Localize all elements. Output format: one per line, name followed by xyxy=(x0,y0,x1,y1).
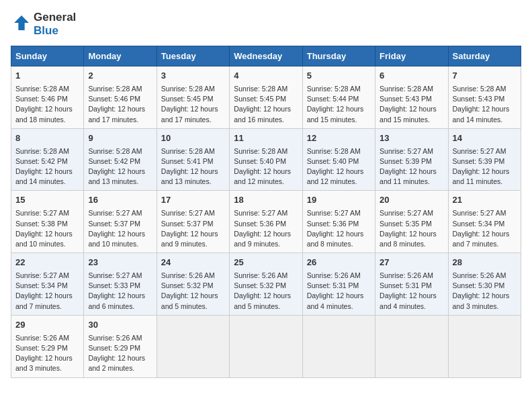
calendar-cell: 8Sunrise: 5:28 AM Sunset: 5:42 PM Daylig… xyxy=(11,128,84,191)
calendar-cell: 24Sunrise: 5:26 AM Sunset: 5:32 PM Dayli… xyxy=(157,253,229,316)
day-info: Sunrise: 5:26 AM Sunset: 5:31 PM Dayligh… xyxy=(307,271,371,312)
day-info: Sunrise: 5:27 AM Sunset: 5:38 PM Dayligh… xyxy=(15,208,79,249)
calendar-cell: 27Sunrise: 5:26 AM Sunset: 5:31 PM Dayli… xyxy=(375,253,448,316)
day-info: Sunrise: 5:27 AM Sunset: 5:34 PM Dayligh… xyxy=(15,271,79,312)
calendar-cell: 16Sunrise: 5:27 AM Sunset: 5:37 PM Dayli… xyxy=(84,191,157,253)
day-number: 25 xyxy=(234,257,298,269)
day-info: Sunrise: 5:27 AM Sunset: 5:34 PM Dayligh… xyxy=(453,208,517,249)
day-info: Sunrise: 5:27 AM Sunset: 5:36 PM Dayligh… xyxy=(307,208,371,249)
calendar-week-4: 22Sunrise: 5:27 AM Sunset: 5:34 PM Dayli… xyxy=(11,253,521,316)
day-number: 2 xyxy=(88,70,152,83)
col-header-monday: Monday xyxy=(84,46,157,66)
day-info: Sunrise: 5:28 AM Sunset: 5:40 PM Dayligh… xyxy=(307,146,371,187)
day-number: 19 xyxy=(307,194,371,207)
day-info: Sunrise: 5:26 AM Sunset: 5:30 PM Dayligh… xyxy=(453,271,517,312)
calendar-cell: 13Sunrise: 5:27 AM Sunset: 5:39 PM Dayli… xyxy=(375,128,448,191)
calendar-cell: 30Sunrise: 5:26 AM Sunset: 5:29 PM Dayli… xyxy=(84,315,157,377)
day-info: Sunrise: 5:28 AM Sunset: 5:46 PM Dayligh… xyxy=(88,84,152,125)
calendar-cell xyxy=(230,315,302,377)
day-number: 12 xyxy=(307,132,371,145)
col-header-friday: Friday xyxy=(375,46,448,66)
page-header: General Blue xyxy=(11,11,521,38)
day-info: Sunrise: 5:28 AM Sunset: 5:40 PM Dayligh… xyxy=(234,146,298,187)
day-info: Sunrise: 5:27 AM Sunset: 5:39 PM Dayligh… xyxy=(380,146,443,187)
day-number: 21 xyxy=(453,194,517,207)
calendar-cell: 7Sunrise: 5:28 AM Sunset: 5:43 PM Daylig… xyxy=(448,66,521,129)
calendar-cell: 29Sunrise: 5:26 AM Sunset: 5:29 PM Dayli… xyxy=(11,315,84,377)
svg-marker-0 xyxy=(14,15,29,30)
calendar-cell: 6Sunrise: 5:28 AM Sunset: 5:43 PM Daylig… xyxy=(375,66,448,129)
day-info: Sunrise: 5:26 AM Sunset: 5:31 PM Dayligh… xyxy=(380,271,443,312)
day-info: Sunrise: 5:27 AM Sunset: 5:37 PM Dayligh… xyxy=(161,208,225,249)
day-info: Sunrise: 5:27 AM Sunset: 5:33 PM Dayligh… xyxy=(88,271,152,312)
day-number: 1 xyxy=(15,70,79,83)
day-info: Sunrise: 5:28 AM Sunset: 5:42 PM Dayligh… xyxy=(15,146,79,187)
calendar-cell: 23Sunrise: 5:27 AM Sunset: 5:33 PM Dayli… xyxy=(84,253,157,316)
day-number: 27 xyxy=(380,257,443,269)
day-number: 3 xyxy=(161,70,225,83)
calendar-cell: 21Sunrise: 5:27 AM Sunset: 5:34 PM Dayli… xyxy=(448,191,521,253)
calendar-cell: 1Sunrise: 5:28 AM Sunset: 5:46 PM Daylig… xyxy=(11,66,84,129)
col-header-thursday: Thursday xyxy=(302,46,375,66)
header-row: SundayMondayTuesdayWednesdayThursdayFrid… xyxy=(11,46,521,66)
calendar-cell: 3Sunrise: 5:28 AM Sunset: 5:45 PM Daylig… xyxy=(157,66,229,129)
calendar-cell xyxy=(157,315,229,377)
calendar-cell xyxy=(448,315,521,377)
day-info: Sunrise: 5:28 AM Sunset: 5:45 PM Dayligh… xyxy=(234,84,298,125)
day-number: 17 xyxy=(161,194,225,207)
calendar-cell: 14Sunrise: 5:27 AM Sunset: 5:39 PM Dayli… xyxy=(448,128,521,191)
day-info: Sunrise: 5:27 AM Sunset: 5:37 PM Dayligh… xyxy=(88,208,152,249)
day-info: Sunrise: 5:28 AM Sunset: 5:42 PM Dayligh… xyxy=(88,146,152,187)
calendar-cell: 17Sunrise: 5:27 AM Sunset: 5:37 PM Dayli… xyxy=(157,191,229,253)
day-info: Sunrise: 5:27 AM Sunset: 5:35 PM Dayligh… xyxy=(380,208,443,249)
calendar-cell: 9Sunrise: 5:28 AM Sunset: 5:42 PM Daylig… xyxy=(84,128,157,191)
calendar-cell xyxy=(375,315,448,377)
day-number: 6 xyxy=(380,70,443,83)
calendar-cell: 4Sunrise: 5:28 AM Sunset: 5:45 PM Daylig… xyxy=(230,66,302,129)
day-number: 14 xyxy=(453,132,517,145)
day-number: 10 xyxy=(161,132,225,145)
calendar-week-1: 1Sunrise: 5:28 AM Sunset: 5:46 PM Daylig… xyxy=(11,66,521,129)
logo: General Blue xyxy=(11,11,76,38)
calendar-cell: 15Sunrise: 5:27 AM Sunset: 5:38 PM Dayli… xyxy=(11,191,84,253)
day-info: Sunrise: 5:26 AM Sunset: 5:32 PM Dayligh… xyxy=(161,271,225,312)
day-info: Sunrise: 5:27 AM Sunset: 5:36 PM Dayligh… xyxy=(234,208,298,249)
day-info: Sunrise: 5:28 AM Sunset: 5:45 PM Dayligh… xyxy=(161,84,225,125)
day-number: 28 xyxy=(453,257,517,269)
day-number: 8 xyxy=(15,132,79,145)
calendar-cell: 28Sunrise: 5:26 AM Sunset: 5:30 PM Dayli… xyxy=(448,253,521,316)
day-number: 18 xyxy=(234,194,298,207)
day-number: 26 xyxy=(307,257,371,269)
calendar-cell: 5Sunrise: 5:28 AM Sunset: 5:44 PM Daylig… xyxy=(302,66,375,129)
day-info: Sunrise: 5:28 AM Sunset: 5:43 PM Dayligh… xyxy=(380,84,443,125)
day-info: Sunrise: 5:28 AM Sunset: 5:46 PM Dayligh… xyxy=(15,84,79,125)
calendar-week-5: 29Sunrise: 5:26 AM Sunset: 5:29 PM Dayli… xyxy=(11,315,521,377)
calendar-week-2: 8Sunrise: 5:28 AM Sunset: 5:42 PM Daylig… xyxy=(11,128,521,191)
col-header-tuesday: Tuesday xyxy=(157,46,229,66)
day-number: 5 xyxy=(307,70,371,83)
calendar-cell: 26Sunrise: 5:26 AM Sunset: 5:31 PM Dayli… xyxy=(302,253,375,316)
day-info: Sunrise: 5:28 AM Sunset: 5:44 PM Dayligh… xyxy=(307,84,371,125)
day-info: Sunrise: 5:28 AM Sunset: 5:43 PM Dayligh… xyxy=(453,84,517,125)
day-number: 15 xyxy=(15,194,79,207)
col-header-wednesday: Wednesday xyxy=(230,46,302,66)
calendar-cell: 11Sunrise: 5:28 AM Sunset: 5:40 PM Dayli… xyxy=(230,128,302,191)
calendar-cell xyxy=(302,315,375,377)
day-info: Sunrise: 5:26 AM Sunset: 5:29 PM Dayligh… xyxy=(15,333,79,374)
calendar-cell: 12Sunrise: 5:28 AM Sunset: 5:40 PM Dayli… xyxy=(302,128,375,191)
calendar-cell: 19Sunrise: 5:27 AM Sunset: 5:36 PM Dayli… xyxy=(302,191,375,253)
calendar-cell: 10Sunrise: 5:28 AM Sunset: 5:41 PM Dayli… xyxy=(157,128,229,191)
col-header-saturday: Saturday xyxy=(448,46,521,66)
day-number: 16 xyxy=(88,194,152,207)
calendar-week-3: 15Sunrise: 5:27 AM Sunset: 5:38 PM Dayli… xyxy=(11,191,521,253)
calendar-cell: 2Sunrise: 5:28 AM Sunset: 5:46 PM Daylig… xyxy=(84,66,157,129)
calendar-cell: 22Sunrise: 5:27 AM Sunset: 5:34 PM Dayli… xyxy=(11,253,84,316)
col-header-sunday: Sunday xyxy=(11,46,84,66)
day-info: Sunrise: 5:28 AM Sunset: 5:41 PM Dayligh… xyxy=(161,146,225,187)
day-info: Sunrise: 5:26 AM Sunset: 5:32 PM Dayligh… xyxy=(234,271,298,312)
day-number: 23 xyxy=(88,257,152,269)
calendar-cell: 25Sunrise: 5:26 AM Sunset: 5:32 PM Dayli… xyxy=(230,253,302,316)
calendar-cell: 20Sunrise: 5:27 AM Sunset: 5:35 PM Dayli… xyxy=(375,191,448,253)
day-number: 20 xyxy=(380,194,443,207)
logo-line2: Blue xyxy=(34,24,76,38)
